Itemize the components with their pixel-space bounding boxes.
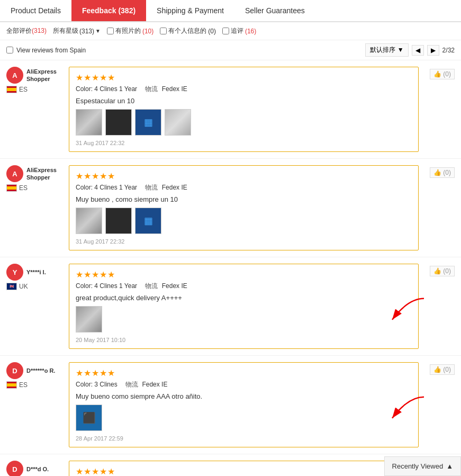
star-icon: ★ <box>76 466 83 476</box>
reviewer-col: A AliExpress Shopper ES <box>6 67 65 152</box>
star-icon: ★ <box>76 171 83 181</box>
reviewer-col: Y Y****i I. 🇬🇧 UK <box>6 264 65 349</box>
tab-shipping[interactable]: Shipping & Payment <box>146 0 234 21</box>
with-photo-checkbox[interactable] <box>107 28 114 34</box>
review-image-0[interactable]: ⬛ <box>76 405 102 431</box>
stars-row: ★★★★★ <box>76 73 412 83</box>
avatar: D <box>6 461 23 476</box>
thumbs-up-icon: 👍 <box>433 366 441 373</box>
all-reviews-filter[interactable]: 全部评价(313) <box>6 26 47 35</box>
review-date: 28 Apr 2017 22:59 <box>76 435 412 442</box>
review-row: A AliExpress Shopper ES ★★★★★ Color: 4 C… <box>0 60 461 159</box>
star-icon: ★ <box>100 270 107 280</box>
like-count: (0) <box>443 169 451 176</box>
tab-feedback[interactable]: Feedback (382) <box>71 0 146 21</box>
star-icon: ★ <box>92 73 99 83</box>
review-content: ★★★★★ Color: 3 Clines 物流 Fedex IE Muy bu… <box>69 362 419 447</box>
star-icon: ★ <box>84 270 91 280</box>
flag-uk: 🇬🇧 <box>6 283 17 290</box>
review-row: A AliExpress Shopper ES ★★★★★ Color: 4 C… <box>0 159 461 257</box>
star-icon: ★ <box>84 466 91 476</box>
next-page-button[interactable]: ▶ <box>427 45 439 56</box>
reviewer-location: ES <box>6 86 65 93</box>
like-count: (0) <box>443 70 451 78</box>
shipping-label: 物流 <box>125 381 138 388</box>
country-label: ES <box>19 184 28 192</box>
like-button[interactable]: 👍 (0) <box>430 364 455 375</box>
review-images <box>76 306 412 333</box>
like-button[interactable]: 👍 (0) <box>430 266 455 276</box>
tab-seller-guarantees[interactable]: Seller Guarantees <box>234 0 315 21</box>
thumbs-up-icon: 👍 <box>433 70 441 78</box>
with-personal-checkbox[interactable] <box>160 28 167 34</box>
shipping-label: 物流 <box>145 184 158 191</box>
prev-page-button[interactable]: ◀ <box>412 45 424 56</box>
star-icon: ★ <box>100 73 107 83</box>
star-icon: ★ <box>92 466 99 476</box>
with-photo-filter[interactable]: 有照片的(10) <box>107 26 153 35</box>
review-row: D D******o R. ES ★★★★★ Color: 3 Clines 物… <box>0 356 461 454</box>
view-from-spain-checkbox[interactable] <box>6 47 13 53</box>
stars-row: ★★★★★ <box>76 171 412 181</box>
like-count: (0) <box>443 267 451 275</box>
country-label: ES <box>19 86 28 93</box>
stars-row: ★★★★★ <box>76 466 412 476</box>
star-icon: ★ <box>84 171 91 181</box>
like-button[interactable]: 👍 (0) <box>430 69 455 79</box>
review-image-1[interactable] <box>105 208 132 234</box>
followup-filter[interactable]: 追评(16) <box>222 26 256 35</box>
review-content: ★★★★★ Color: 4 Clines 1 Year 物流 Fedex IE… <box>69 67 419 152</box>
review-image-2[interactable]: ▦ <box>135 208 161 234</box>
review-images: ⬛ <box>76 405 412 431</box>
review-image-3[interactable] <box>165 109 191 136</box>
chevron-up-icon: ▲ <box>446 462 453 470</box>
review-date: 31 Aug 2017 22:32 <box>76 140 412 146</box>
reviewer-col: D D******o R. ES <box>6 362 65 447</box>
star-icon: ★ <box>107 171 115 181</box>
review-images: ▦ <box>76 109 412 136</box>
review-image-0[interactable] <box>76 208 102 234</box>
review-image-1[interactable] <box>105 109 132 136</box>
country-label: UK <box>19 283 28 290</box>
review-images: ▦ <box>76 208 412 234</box>
review-meta: Color: 4 Clines 1 Year 物流 Fedex IE <box>76 85 412 94</box>
recently-viewed-button[interactable]: Recently Viewed ▲ <box>384 456 461 476</box>
color-label: Color: 4 Clines 1 Year <box>76 184 137 191</box>
star-icon: ★ <box>107 368 115 378</box>
followup-checkbox[interactable] <box>222 28 229 34</box>
star-icon: ★ <box>76 270 83 280</box>
review-content: ★★★★★ Color: 4 Clines 1 Year 物流 Fedex IE… <box>69 264 419 349</box>
flag-es <box>6 184 17 192</box>
page-info: 2/32 <box>442 47 455 54</box>
country-label: ES <box>19 381 28 389</box>
reviewer-name: Y****i I. <box>26 268 46 276</box>
reviewer-col: A AliExpress Shopper ES <box>6 165 65 250</box>
review-image-0[interactable] <box>76 109 102 136</box>
like-col: 👍 (0) <box>423 67 455 152</box>
all-stars-filter[interactable]: 所有星级(313) ▼ <box>53 26 101 35</box>
review-image-0[interactable] <box>76 306 102 333</box>
with-personal-filter[interactable]: 有个人信息的(0) <box>160 26 216 35</box>
stars-row: ★★★★★ <box>76 270 412 280</box>
avatar: A <box>6 165 23 182</box>
review-text: Muy bueno , como siempre un 10 <box>76 195 412 203</box>
star-icon: ★ <box>100 466 107 476</box>
sort-pagination: 默认排序 ▼ ◀ ▶ 2/32 <box>365 43 455 57</box>
avatar: A <box>6 67 23 84</box>
shipping-label: 物流 <box>145 85 158 93</box>
review-image-2[interactable]: ▦ <box>135 109 161 136</box>
stars-row: ★★★★★ <box>76 368 412 378</box>
color-label: Color: 3 Clines <box>76 381 117 388</box>
thumbs-up-icon: 👍 <box>433 267 441 275</box>
shipping-method: Fedex IE <box>162 282 187 290</box>
view-from-spain[interactable]: View reviews from Spain <box>6 47 86 54</box>
like-count: (0) <box>443 366 451 373</box>
review-content: ★★★★★ Color: 4 Clines 物流 Fedex IE comuni… <box>69 461 419 476</box>
like-button[interactable]: 👍 (0) <box>430 167 455 178</box>
sort-button[interactable]: 默认排序 ▼ <box>365 43 408 57</box>
tab-product-details[interactable]: Product Details <box>0 0 71 21</box>
filter-bar: 全部评价(313) 所有星级(313) ▼ 有照片的(10) 有个人信息的(0)… <box>0 22 461 40</box>
star-icon: ★ <box>76 368 83 378</box>
review-content: ★★★★★ Color: 4 Clines 1 Year 物流 Fedex IE… <box>69 165 419 250</box>
shipping-method: Fedex IE <box>142 381 167 388</box>
